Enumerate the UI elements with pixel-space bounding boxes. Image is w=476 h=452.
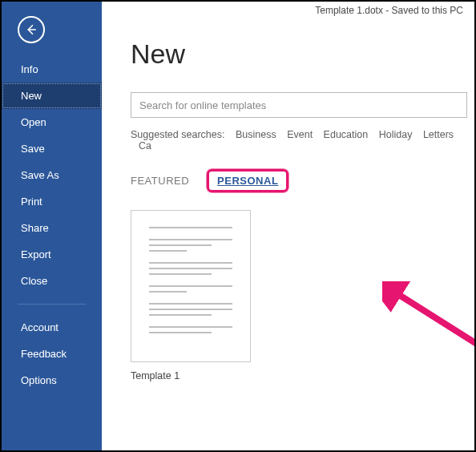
- sidebar-item-label: Save As: [21, 169, 59, 181]
- sidebar-item-print[interactable]: Print: [2, 188, 102, 215]
- template-name: Template 1: [131, 370, 251, 381]
- sidebar-item-label: Info: [21, 63, 38, 75]
- sidebar-item-options[interactable]: Options: [2, 367, 102, 393]
- template-item[interactable]: Template 1: [131, 210, 251, 381]
- document-preview-icon: [143, 222, 239, 350]
- suggested-link-business[interactable]: Business: [236, 129, 276, 140]
- template-search-input[interactable]: [131, 92, 467, 118]
- sidebar-divider: [18, 304, 86, 305]
- sidebar-item-export[interactable]: Export: [2, 241, 102, 268]
- sidebar-item-label: Close: [21, 275, 47, 287]
- sidebar-item-label: New: [21, 90, 42, 102]
- suggested-link-truncated[interactable]: Ca: [139, 140, 151, 151]
- sidebar-item-info[interactable]: Info: [2, 56, 102, 83]
- page-title: New: [131, 38, 474, 70]
- sidebar-item-label: Save: [21, 143, 45, 155]
- sidebar-item-label: Print: [21, 196, 42, 208]
- suggested-link-event[interactable]: Event: [287, 129, 313, 140]
- sidebar-item-open[interactable]: Open: [2, 109, 102, 135]
- back-button[interactable]: [18, 16, 45, 43]
- sidebar-item-account[interactable]: Account: [2, 314, 102, 341]
- template-gallery: Template 1: [131, 210, 474, 382]
- sidebar-item-label: Account: [21, 321, 58, 333]
- arrow-left-icon: [24, 22, 38, 37]
- suggested-link-holiday[interactable]: Holiday: [379, 129, 413, 140]
- tab-featured[interactable]: FEATURED: [131, 175, 189, 187]
- sidebar-item-label: Feedback: [21, 348, 67, 360]
- sidebar-item-new[interactable]: New: [2, 83, 102, 109]
- template-category-tabs: FEATURED PERSONAL: [131, 169, 474, 192]
- sidebar-item-label: Export: [21, 248, 51, 260]
- template-thumbnail: [131, 210, 251, 362]
- sidebar-main-list: Info New Open Save Save As Print Share E…: [2, 56, 102, 294]
- suggested-link-letters[interactable]: Letters: [423, 129, 454, 140]
- sidebar-item-share[interactable]: Share: [2, 215, 102, 241]
- sidebar-item-label: Open: [21, 116, 46, 128]
- main-panel: Template 1.dotx - Saved to this PC New S…: [102, 2, 474, 450]
- sidebar-footer-list: Account Feedback Options: [2, 314, 102, 393]
- sidebar-item-label: Share: [21, 222, 49, 234]
- sidebar-item-label: Options: [21, 374, 57, 386]
- annotation-highlight: PERSONAL: [207, 169, 288, 192]
- suggested-link-education[interactable]: Education: [324, 129, 369, 140]
- sidebar-item-save[interactable]: Save: [2, 135, 102, 162]
- sidebar-item-feedback[interactable]: Feedback: [2, 341, 102, 367]
- window-title: Template 1.dotx - Saved to this PC: [315, 5, 463, 16]
- suggested-label: Suggested searches:: [131, 129, 224, 140]
- tab-personal[interactable]: PERSONAL: [217, 175, 278, 187]
- backstage-sidebar: Info New Open Save Save As Print Share E…: [2, 2, 102, 450]
- sidebar-item-close[interactable]: Close: [2, 268, 102, 294]
- suggested-searches: Suggested searches: Business Event Educa…: [131, 129, 474, 151]
- sidebar-item-save-as[interactable]: Save As: [2, 162, 102, 188]
